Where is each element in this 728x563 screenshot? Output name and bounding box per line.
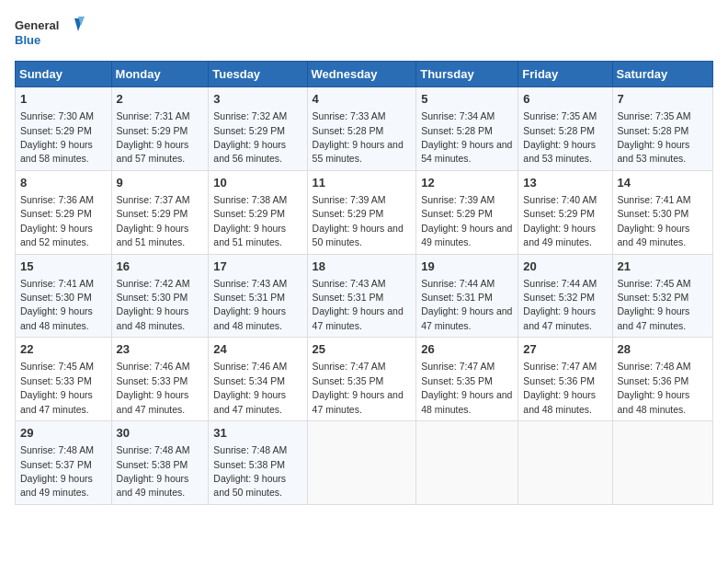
calendar-cell: 14 Sunrise: 7:41 AMSunset: 5:30 PMDaylig… xyxy=(612,170,712,254)
calendar-cell: 23 Sunrise: 7:46 AMSunset: 5:33 PMDaylig… xyxy=(111,338,209,421)
calendar-cell: 29 Sunrise: 7:48 AMSunset: 5:37 PMDaylig… xyxy=(16,421,112,505)
day-number: 26 xyxy=(421,341,513,358)
sunrise-text: Sunrise: 7:46 AMSunset: 5:34 PMDaylight:… xyxy=(213,361,287,414)
day-number: 7 xyxy=(618,91,708,108)
calendar-week-3: 15 Sunrise: 7:41 AMSunset: 5:30 PMDaylig… xyxy=(16,254,713,338)
calendar-cell: 12 Sunrise: 7:39 AMSunset: 5:29 PMDaylig… xyxy=(416,170,518,254)
calendar-week-5: 29 Sunrise: 7:48 AMSunset: 5:37 PMDaylig… xyxy=(16,421,713,505)
day-number: 18 xyxy=(313,259,412,275)
calendar-cell: 26 Sunrise: 7:47 AMSunset: 5:35 PMDaylig… xyxy=(416,338,518,421)
sunrise-text: Sunrise: 7:39 AMSunset: 5:29 PMDaylight:… xyxy=(421,194,512,247)
sunrise-text: Sunrise: 7:31 AMSunset: 5:29 PMDaylight:… xyxy=(117,110,190,164)
calendar-cell: 6 Sunrise: 7:35 AMSunset: 5:28 PMDayligh… xyxy=(518,87,612,171)
calendar-cell: 1 Sunrise: 7:30 AMSunset: 5:29 PMDayligh… xyxy=(16,87,112,171)
sunrise-text: Sunrise: 7:41 AMSunset: 5:30 PMDaylight:… xyxy=(618,194,691,247)
day-number: 30 xyxy=(117,425,204,442)
calendar-cell xyxy=(612,421,712,505)
day-number: 8 xyxy=(20,175,107,191)
sunrise-text: Sunrise: 7:47 AMSunset: 5:35 PMDaylight:… xyxy=(313,361,404,414)
calendar-cell: 24 Sunrise: 7:46 AMSunset: 5:34 PMDaylig… xyxy=(209,338,307,421)
calendar-cell: 27 Sunrise: 7:47 AMSunset: 5:36 PMDaylig… xyxy=(518,338,612,421)
day-number: 25 xyxy=(313,341,412,358)
calendar-cell: 21 Sunrise: 7:45 AMSunset: 5:32 PMDaylig… xyxy=(612,254,712,338)
sunrise-text: Sunrise: 7:43 AMSunset: 5:31 PMDaylight:… xyxy=(313,278,404,331)
sunrise-text: Sunrise: 7:48 AMSunset: 5:37 PMDaylight:… xyxy=(20,444,94,498)
sunrise-text: Sunrise: 7:48 AMSunset: 5:36 PMDaylight:… xyxy=(618,361,691,414)
calendar-cell: 30 Sunrise: 7:48 AMSunset: 5:38 PMDaylig… xyxy=(111,421,209,505)
calendar-cell: 13 Sunrise: 7:40 AMSunset: 5:29 PMDaylig… xyxy=(518,170,612,254)
day-number: 29 xyxy=(20,425,107,442)
day-number: 6 xyxy=(523,91,607,108)
sunrise-text: Sunrise: 7:46 AMSunset: 5:33 PMDaylight:… xyxy=(117,361,190,414)
calendar-week-4: 22 Sunrise: 7:45 AMSunset: 5:33 PMDaylig… xyxy=(16,338,713,421)
page-header: General Blue xyxy=(15,15,713,53)
calendar-cell: 20 Sunrise: 7:44 AMSunset: 5:32 PMDaylig… xyxy=(518,254,612,338)
calendar-cell xyxy=(518,421,612,505)
sunrise-text: Sunrise: 7:45 AMSunset: 5:32 PMDaylight:… xyxy=(618,278,691,331)
sunrise-text: Sunrise: 7:36 AMSunset: 5:29 PMDaylight:… xyxy=(20,194,94,247)
calendar-cell: 7 Sunrise: 7:35 AMSunset: 5:28 PMDayligh… xyxy=(612,87,712,171)
header-monday: Monday xyxy=(111,62,209,87)
calendar-cell: 2 Sunrise: 7:31 AMSunset: 5:29 PMDayligh… xyxy=(111,87,209,171)
sunrise-text: Sunrise: 7:37 AMSunset: 5:29 PMDaylight:… xyxy=(117,194,190,247)
sunrise-text: Sunrise: 7:34 AMSunset: 5:28 PMDaylight:… xyxy=(421,110,512,164)
logo: General Blue xyxy=(15,15,88,53)
sunrise-text: Sunrise: 7:40 AMSunset: 5:29 PMDaylight:… xyxy=(523,194,597,247)
calendar-cell xyxy=(307,421,416,505)
sunrise-text: Sunrise: 7:44 AMSunset: 5:31 PMDaylight:… xyxy=(421,278,512,331)
header-saturday: Saturday xyxy=(612,62,712,87)
sunrise-text: Sunrise: 7:35 AMSunset: 5:28 PMDaylight:… xyxy=(618,110,691,164)
calendar-cell: 18 Sunrise: 7:43 AMSunset: 5:31 PMDaylig… xyxy=(307,254,416,338)
sunrise-text: Sunrise: 7:43 AMSunset: 5:31 PMDaylight:… xyxy=(213,278,287,331)
header-friday: Friday xyxy=(518,62,612,87)
calendar-week-2: 8 Sunrise: 7:36 AMSunset: 5:29 PMDayligh… xyxy=(16,170,713,254)
header-wednesday: Wednesday xyxy=(307,62,416,87)
sunrise-text: Sunrise: 7:32 AMSunset: 5:29 PMDaylight:… xyxy=(213,110,287,164)
calendar-cell: 28 Sunrise: 7:48 AMSunset: 5:36 PMDaylig… xyxy=(612,338,712,421)
calendar-cell: 9 Sunrise: 7:37 AMSunset: 5:29 PMDayligh… xyxy=(111,170,209,254)
day-number: 24 xyxy=(213,341,301,358)
sunrise-text: Sunrise: 7:39 AMSunset: 5:29 PMDaylight:… xyxy=(313,194,404,247)
day-number: 23 xyxy=(117,341,204,358)
sunrise-text: Sunrise: 7:44 AMSunset: 5:32 PMDaylight:… xyxy=(523,278,597,331)
day-number: 27 xyxy=(523,341,607,358)
day-number: 22 xyxy=(20,341,107,358)
calendar-cell: 31 Sunrise: 7:48 AMSunset: 5:38 PMDaylig… xyxy=(209,421,307,505)
header-thursday: Thursday xyxy=(416,62,518,87)
day-number: 15 xyxy=(20,259,107,275)
day-number: 12 xyxy=(421,175,513,191)
day-number: 16 xyxy=(117,259,204,275)
calendar-body: 1 Sunrise: 7:30 AMSunset: 5:29 PMDayligh… xyxy=(16,87,713,505)
calendar-cell: 22 Sunrise: 7:45 AMSunset: 5:33 PMDaylig… xyxy=(16,338,112,421)
sunrise-text: Sunrise: 7:33 AMSunset: 5:28 PMDaylight:… xyxy=(313,110,404,164)
calendar-cell: 8 Sunrise: 7:36 AMSunset: 5:29 PMDayligh… xyxy=(16,170,112,254)
calendar-cell: 3 Sunrise: 7:32 AMSunset: 5:29 PMDayligh… xyxy=(209,87,307,171)
day-number: 11 xyxy=(313,175,412,191)
header-sunday: Sunday xyxy=(16,62,112,87)
day-number: 14 xyxy=(618,175,708,191)
svg-text:Blue: Blue xyxy=(15,33,40,47)
sunrise-text: Sunrise: 7:35 AMSunset: 5:28 PMDaylight:… xyxy=(523,110,597,164)
header-tuesday: Tuesday xyxy=(209,62,307,87)
header-row: SundayMondayTuesdayWednesdayThursdayFrid… xyxy=(16,62,713,87)
logo-svg: General Blue xyxy=(15,15,88,53)
sunrise-text: Sunrise: 7:42 AMSunset: 5:30 PMDaylight:… xyxy=(117,278,190,331)
day-number: 19 xyxy=(421,259,513,275)
day-number: 28 xyxy=(618,341,708,358)
day-number: 17 xyxy=(213,259,301,275)
svg-text:General: General xyxy=(15,18,59,32)
day-number: 31 xyxy=(213,425,301,442)
calendar-cell: 16 Sunrise: 7:42 AMSunset: 5:30 PMDaylig… xyxy=(111,254,209,338)
calendar-cell: 15 Sunrise: 7:41 AMSunset: 5:30 PMDaylig… xyxy=(16,254,112,338)
day-number: 20 xyxy=(523,259,607,275)
sunrise-text: Sunrise: 7:48 AMSunset: 5:38 PMDaylight:… xyxy=(213,444,287,498)
calendar-header: SundayMondayTuesdayWednesdayThursdayFrid… xyxy=(16,62,713,87)
calendar-table: SundayMondayTuesdayWednesdayThursdayFrid… xyxy=(15,61,713,505)
sunrise-text: Sunrise: 7:48 AMSunset: 5:38 PMDaylight:… xyxy=(117,444,190,498)
sunrise-text: Sunrise: 7:30 AMSunset: 5:29 PMDaylight:… xyxy=(20,110,94,164)
sunrise-text: Sunrise: 7:41 AMSunset: 5:30 PMDaylight:… xyxy=(20,278,94,331)
day-number: 4 xyxy=(313,91,412,108)
day-number: 13 xyxy=(523,175,607,191)
calendar-cell: 19 Sunrise: 7:44 AMSunset: 5:31 PMDaylig… xyxy=(416,254,518,338)
calendar-cell: 11 Sunrise: 7:39 AMSunset: 5:29 PMDaylig… xyxy=(307,170,416,254)
